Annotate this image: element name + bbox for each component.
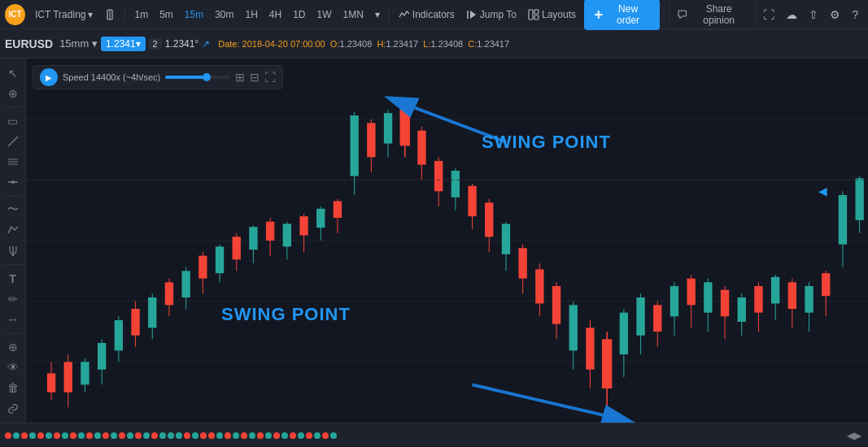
tf-5m[interactable]: 5m [155,7,178,23]
indicators-btn[interactable]: Indicators [394,7,460,23]
zoom-tool[interactable]: ⊕ [2,338,24,357]
volume-dot [273,432,280,439]
volume-dots [5,432,337,439]
share-btn[interactable]: ⇧ [804,5,823,24]
help-btn[interactable]: ? [847,5,863,24]
chart-area[interactable]: SWING POINT SWING POINT ◀ [26,59,868,423]
svg-rect-64 [367,123,375,157]
volume-dot [257,432,264,439]
replay-forward-btn[interactable]: ⊟ [250,71,260,84]
svg-rect-5 [534,10,539,14]
svg-rect-114 [788,282,796,309]
volume-dot [168,432,174,439]
svg-rect-98 [653,305,661,332]
tf-1h[interactable]: 1H [240,7,262,23]
crosshair-tool[interactable]: ⊕ [2,84,24,102]
replay-play-button[interactable]: ▶ [40,68,58,86]
replay-settings-btn[interactable]: ⛶ [264,71,276,84]
svg-rect-62 [350,115,358,176]
fibonacci-tool[interactable] [2,153,24,171]
svg-rect-56 [299,216,308,235]
symbol-toolbar: EURUSD 15mm ▾ 1.2341▾ 2 1.2341° ↗ Date: … [0,29,868,59]
settings-btn[interactable]: ⚙ [825,5,845,24]
volume-dot [176,432,182,439]
new-order-button[interactable]: New order [584,0,660,30]
layouts-btn[interactable]: Layouts [523,7,581,23]
wave-tool[interactable]: 〜 [2,201,24,219]
svg-rect-38 [148,297,156,328]
svg-rect-58 [316,209,325,228]
tf-30m[interactable]: 30m [210,7,238,23]
volume-dot [103,432,109,439]
svg-rect-90 [586,328,594,369]
svg-rect-30 [81,362,89,384]
fullscreen-btn[interactable]: ⛶ [758,5,779,24]
bottom-right-icon[interactable]: ◀▶ [847,430,861,441]
hline-tool[interactable] [2,173,24,192]
rectangle-tool[interactable]: ▭ [2,111,24,130]
timeframe-display[interactable]: 15mm ▾ [59,37,98,50]
trendline-tool[interactable] [2,132,24,150]
link-tool[interactable] [2,399,24,418]
jump-to-btn[interactable]: Jump To [461,7,521,23]
volume-dot [127,432,133,439]
svg-rect-78 [485,202,493,237]
svg-rect-52 [266,222,274,241]
svg-rect-4 [529,10,533,20]
tf-4h[interactable]: 4H [264,7,286,23]
replay-back-btn[interactable]: ⊞ [235,71,245,84]
svg-marker-2 [470,11,476,19]
svg-point-14 [11,180,15,184]
share-opinion-button[interactable]: Share opinion [669,0,757,30]
svg-rect-72 [434,161,443,191]
svg-rect-88 [569,305,578,350]
volume-dot [200,432,207,439]
symbol-label[interactable]: EURUSD [5,37,53,50]
volume-dot [135,432,142,439]
svg-rect-36 [131,309,139,336]
svg-rect-60 [334,201,342,218]
volume-dot [86,432,93,439]
cloud-btn[interactable]: ☁ [781,5,802,24]
volume-dot [5,432,11,439]
scale-arrow-indicator: ◀ [818,184,827,197]
top-toolbar: ICT ICT Trading ▾ 1m 5m 15m 30m 1H 4H 1D… [0,0,868,29]
svg-rect-66 [384,113,392,143]
text-tool[interactable]: T [2,269,24,288]
logo: ICT [5,4,25,25]
tf-1d[interactable]: 1D [288,7,310,23]
svg-rect-42 [181,271,190,297]
volume-dot [306,432,312,439]
tf-1w[interactable]: 1W [312,7,337,23]
workspace-selector[interactable]: ICT Trading ▾ [30,7,98,23]
sidebar-sep1 [3,106,23,107]
pitchfork-tool[interactable] [2,241,24,260]
path-tool[interactable] [2,221,24,240]
tf-1mn[interactable]: 1MN [338,7,369,23]
tf-1m[interactable]: 1m [129,7,153,23]
svg-rect-108 [738,297,746,322]
sep1 [124,7,125,23]
svg-rect-46 [216,246,224,273]
trash-tool[interactable]: 🗑 [2,379,24,397]
volume-dot [249,432,255,439]
volume-dot [322,432,329,439]
measure-tool[interactable]: ↔ [2,310,24,328]
cursor-tool[interactable]: ↖ [2,63,24,82]
multiplier-badge: 2 [149,38,162,50]
drawing-mode-btn[interactable] [99,7,120,23]
left-sidebar: ↖ ⊕ ▭ 〜 T ✏ ↔ ⊕ 👁 🗑 [0,59,26,423]
replay-slider[interactable] [165,76,230,79]
brush-tool[interactable]: ✏ [2,289,24,308]
svg-rect-120 [839,195,847,245]
svg-rect-110 [754,286,762,313]
svg-rect-70 [417,131,425,165]
volume-dot [111,432,117,439]
eye-tool[interactable]: 👁 [2,358,24,377]
svg-rect-54 [283,224,291,246]
tf-more[interactable]: ▾ [370,7,385,23]
volume-dot [216,432,223,439]
tf-15m[interactable]: 15m [180,7,208,23]
svg-line-124 [415,108,506,142]
volume-dot [62,432,68,439]
